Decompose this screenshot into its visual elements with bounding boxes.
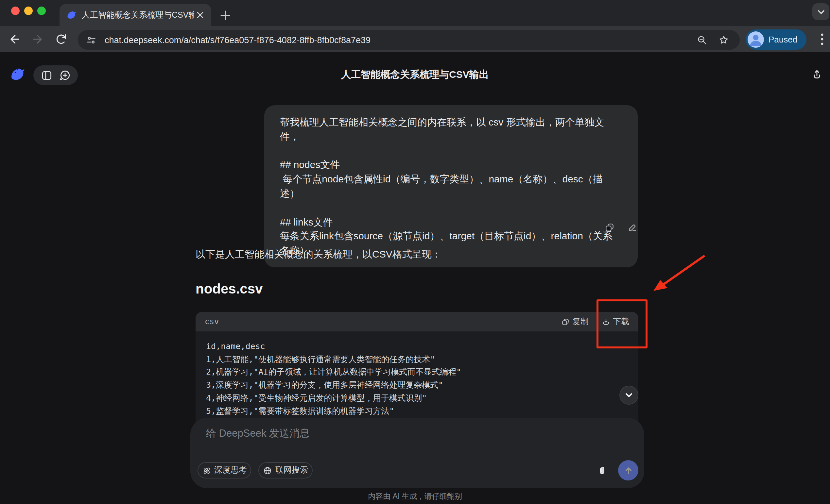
window-close-button[interactable] [11,6,20,15]
browser-menu-button[interactable] [818,30,827,48]
attachment-button[interactable] [596,465,608,476]
back-button[interactable] [8,33,21,46]
web-search-label: 联网搜索 [275,465,308,476]
browser-toolbar: chat.deepseek.com/a/chat/s/f76ea057-f876… [0,26,830,52]
message-actions [0,222,638,233]
copy-message-icon[interactable] [604,222,615,233]
zoom-out-icon[interactable] [697,34,708,45]
code-language-label: csv [205,317,561,326]
tab-search-button[interactable] [812,3,829,20]
screen: 人工智能概念关系梳理与CSV输 chat.deepseek.com/a/chat [0,0,830,504]
annotation-arrow [644,254,710,302]
file-heading: nodes.csv [196,281,263,297]
share-chat-icon[interactable] [810,67,824,82]
paperclip-icon [596,465,607,476]
deep-think-toggle[interactable]: 深度思考 [197,462,251,478]
forward-button[interactable] [31,33,44,46]
profile-status-label: Paused [768,34,797,44]
deepseek-chat-page: 人工智能概念关系梳理与CSV输出 帮我梳理人工智能相关概念之间的内在联系，以 c… [0,52,830,504]
browser-tab[interactable]: 人工智能概念关系梳理与CSV输 [60,4,211,26]
page-title: 人工智能概念关系梳理与CSV输出 [0,69,830,81]
window-zoom-button[interactable] [37,6,46,15]
window-minimize-button[interactable] [24,6,33,15]
tab-strip: 人工智能概念关系梳理与CSV输 [0,0,830,26]
code-copy-label: 复制 [572,316,589,327]
bookmark-star-icon[interactable] [718,34,729,45]
message-composer[interactable]: 给 DeepSeek 发送消息 深度思考 联网搜索 [190,418,644,488]
globe-icon [263,466,272,475]
code-block-header: csv 复制 下载 [196,312,638,331]
deepseek-favicon-icon [66,10,76,20]
atom-icon [202,466,211,475]
profile-button[interactable]: Paused [746,29,806,49]
code-content: id,name,desc 1,人工智能,"使机器能够执行通常需要人类智能的任务的… [196,331,638,417]
tab-close-icon[interactable] [194,9,206,21]
scroll-to-bottom-button[interactable] [619,386,638,405]
url-text: chat.deepseek.com/a/chat/s/f76ea057-f876… [105,35,697,45]
site-settings-icon[interactable] [86,34,97,45]
new-tab-button[interactable] [219,8,231,22]
tab-title: 人工智能概念关系梳理与CSV输 [82,9,194,21]
reload-button[interactable] [55,33,67,45]
send-button[interactable] [618,460,638,480]
annotation-highlight-box [597,299,647,348]
code-copy-button[interactable]: 复制 [561,316,589,327]
assistant-intro-text: 以下是人工智能相关概念的关系梳理，以CSV格式呈现： [196,248,640,261]
edit-message-icon[interactable] [627,222,638,233]
address-bar[interactable]: chat.deepseek.com/a/chat/s/f76ea057-f876… [78,30,740,50]
ai-disclaimer: 内容由 AI 生成，请仔细甄别 [0,492,830,501]
user-message-bubble: 帮我梳理人工智能相关概念之间的内在联系，以 csv 形式输出，两个单独文件， #… [264,105,638,267]
avatar [747,31,764,47]
web-search-toggle[interactable]: 联网搜索 [258,462,313,478]
send-arrow-icon [623,465,634,476]
composer-placeholder: 给 DeepSeek 发送消息 [206,427,310,441]
deep-think-label: 深度思考 [214,465,247,476]
